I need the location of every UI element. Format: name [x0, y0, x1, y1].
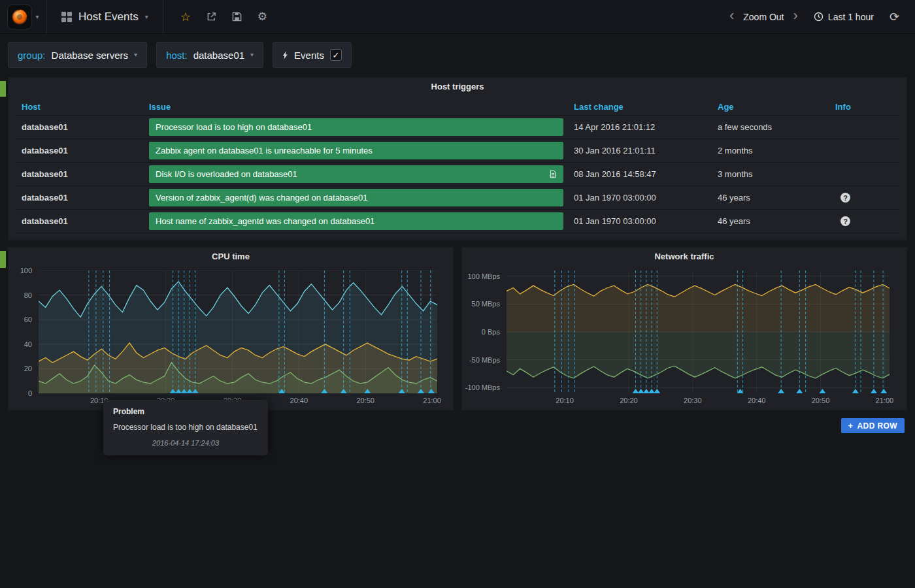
cpu-chart-plot-area[interactable] — [39, 270, 437, 393]
share-icon — [207, 12, 216, 22]
age-cell: 46 years — [712, 186, 830, 210]
chevron-down-icon: ▾ — [35, 14, 39, 20]
column-header-age[interactable]: Age — [712, 99, 830, 116]
info-cell: ? — [830, 186, 899, 210]
template-var-group[interactable]: group: Database servers ▾ — [8, 42, 147, 68]
y-axis-tick-label: 50 MBps — [472, 300, 500, 308]
time-shift-forward-icon[interactable]: › — [793, 8, 798, 23]
time-range-label: Last 1 hour — [828, 12, 874, 22]
refresh-icon[interactable]: ⟳ — [890, 10, 899, 24]
host-cell: database01 — [16, 163, 144, 186]
network-traffic-panel: Network traffic -100 MBps-50 MBps0 Bps50… — [461, 247, 907, 410]
help-icon[interactable]: ? — [840, 216, 850, 226]
x-axis-tick-label: 20:40 — [748, 397, 766, 404]
panel-title-network-traffic[interactable]: Network traffic — [462, 248, 907, 266]
network-traffic-chart: -100 MBps-50 MBps0 Bps50 MBps100 MBps 20… — [462, 266, 907, 410]
host-value: database01 — [193, 50, 244, 61]
age-cell: 2 months — [712, 139, 830, 163]
dashboard-title: Host Events — [78, 10, 139, 24]
y-axis-tick-label: 100 — [20, 267, 32, 274]
group-label: group: — [18, 50, 46, 61]
host-cell: database01 — [16, 210, 144, 233]
share-dashboard-button[interactable] — [207, 12, 216, 22]
column-header-issue[interactable]: Issue — [144, 99, 569, 116]
clock-icon — [814, 12, 824, 22]
save-icon — [232, 12, 242, 22]
last-change-cell: 14 Apr 2016 21:01:12 — [569, 116, 712, 139]
help-icon[interactable]: ? — [840, 193, 850, 203]
info-cell — [830, 139, 899, 163]
dashboard-actions: ☆ ⚙ — [163, 11, 284, 23]
last-change-cell: 08 Jan 2016 14:58:47 — [569, 163, 712, 186]
y-axis-tick-label: 0 Bps — [482, 328, 500, 336]
host-triggers-panel: Host triggers Host Issue Last change Age… — [8, 77, 907, 240]
time-range-picker[interactable]: Last 1 hour — [814, 12, 874, 22]
issue-text: Version of zabbix_agent(d) was changed o… — [156, 193, 368, 203]
x-axis-tick-label: 20:50 — [812, 397, 830, 404]
lightning-icon — [282, 50, 288, 60]
table-row: database01 Disk I/O is overloaded on dat… — [16, 163, 899, 186]
chart-canvas — [39, 270, 437, 393]
y-axis: 020406080100 — [8, 270, 36, 393]
check-icon: ✓ — [333, 51, 340, 59]
events-checkbox[interactable]: ✓ — [330, 49, 342, 61]
plus-icon: + — [848, 421, 854, 431]
star-dashboard-button[interactable]: ☆ — [180, 11, 191, 23]
issue-text: Zabbix agent on database01 is unreachabl… — [156, 146, 373, 155]
chevron-down-icon: ▾ — [250, 52, 254, 58]
network-chart-plot-area[interactable] — [507, 270, 890, 393]
table-row: database01 Zabbix agent on database01 is… — [16, 139, 899, 163]
dashboard-picker[interactable]: Host Events ▾ — [47, 0, 163, 33]
grafana-main-menu[interactable]: ▾ — [0, 0, 47, 33]
issue-text: Disk I/O is overloaded on database01 — [156, 169, 297, 179]
dashboard-grid-icon — [61, 12, 72, 22]
y-axis: -100 MBps-50 MBps0 Bps50 MBps100 MBps — [462, 270, 504, 393]
y-axis-tick-label: 100 MBps — [467, 272, 500, 280]
x-axis-tick-label: 20:10 — [556, 397, 574, 404]
add-row-button[interactable]: + ADD ROW — [841, 418, 905, 433]
x-axis-tick-label: 20:40 — [290, 397, 308, 404]
age-cell: 3 months — [712, 163, 830, 186]
panel-title-cpu-time[interactable]: CPU time — [8, 248, 453, 266]
row-handle[interactable] — [0, 251, 6, 268]
x-axis-tick-label: 21:00 — [423, 397, 441, 404]
save-dashboard-button[interactable] — [232, 12, 242, 22]
x-axis: 20:1020:2020:3020:4020:5021:00 — [507, 395, 890, 405]
time-shift-back-icon[interactable]: ‹ — [729, 8, 734, 23]
annotation-tooltip: Problem Processor load is too high on da… — [103, 400, 268, 455]
x-axis-tick-label: 21:00 — [876, 397, 894, 404]
group-value: Database servers — [52, 50, 129, 61]
y-axis-tick-label: 40 — [24, 340, 32, 348]
info-cell: ? — [830, 210, 899, 233]
y-axis-tick-label: 20 — [24, 365, 32, 372]
chevron-down-icon: ▾ — [145, 14, 148, 20]
issue-badge[interactable]: Zabbix agent on database01 is unreachabl… — [149, 142, 563, 159]
host-cell: database01 — [16, 139, 144, 163]
host-triggers-table: Host Issue Last change Age Info database… — [16, 99, 899, 233]
zoom-out-button[interactable]: Zoom Out — [743, 12, 784, 22]
grafana-logo-icon — [7, 5, 32, 29]
age-cell: a few seconds — [712, 116, 830, 139]
document-icon[interactable] — [549, 170, 557, 178]
issue-badge[interactable]: Disk I/O is overloaded on database01 — [149, 165, 563, 183]
events-label: Events — [294, 50, 324, 61]
y-axis-tick-label: 0 — [28, 389, 32, 397]
y-axis-tick-label: -50 MBps — [469, 356, 500, 364]
column-header-info[interactable]: Info — [830, 99, 899, 116]
issue-badge[interactable]: Host name of zabbix_agentd was changed o… — [149, 212, 563, 230]
chevron-down-icon: ▾ — [134, 52, 137, 58]
cpu-time-panel: CPU time 020406080100 20:1020:2020:3020:… — [8, 247, 454, 410]
row-handle[interactable] — [0, 81, 6, 97]
column-header-host[interactable]: Host — [16, 99, 144, 116]
column-header-last-change[interactable]: Last change — [569, 99, 712, 116]
info-cell — [830, 163, 899, 186]
template-var-host[interactable]: host: database01 ▾ — [156, 42, 263, 68]
table-row: database01 Host name of zabbix_agentd wa… — [16, 210, 899, 233]
panel-title-host-triggers[interactable]: Host triggers — [8, 78, 907, 96]
settings-gear-icon[interactable]: ⚙ — [258, 11, 267, 22]
age-cell: 46 years — [712, 210, 830, 233]
events-toggle[interactable]: Events ✓ — [273, 42, 352, 68]
issue-badge[interactable]: Version of zabbix_agent(d) was changed o… — [149, 189, 563, 206]
y-axis-tick-label: -100 MBps — [465, 384, 500, 391]
issue-badge[interactable]: Processor load is too high on database01 — [149, 118, 563, 136]
